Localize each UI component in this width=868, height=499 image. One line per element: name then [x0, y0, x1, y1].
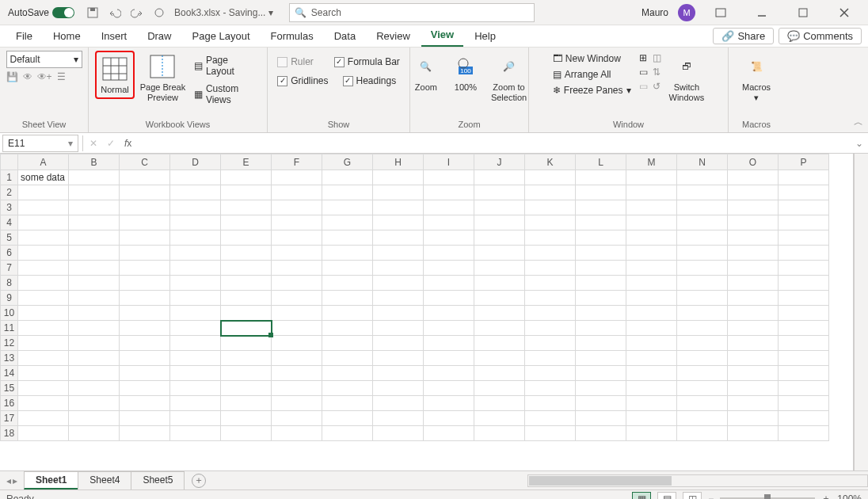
cancel-icon[interactable]: ✕	[85, 138, 102, 149]
cell-B10[interactable]	[69, 306, 120, 321]
cell-C6[interactable]	[120, 246, 170, 261]
cell-L2[interactable]	[576, 185, 626, 200]
zoom-button[interactable]: 🔍Zoom	[409, 51, 444, 94]
cell-F1[interactable]	[272, 170, 322, 185]
arrange-all-button[interactable]: ▤Arrange All	[550, 68, 634, 81]
cell-P16[interactable]	[779, 396, 829, 411]
cell-F4[interactable]	[272, 215, 322, 230]
col-header-C[interactable]: C	[120, 154, 170, 170]
custom-views-button[interactable]: ▦Custom Views	[191, 82, 261, 106]
cell-O6[interactable]	[728, 246, 779, 261]
sheetview-dropdown[interactable]: Default▾	[6, 51, 82, 68]
cell-N2[interactable]	[677, 185, 728, 200]
cell-E8[interactable]	[221, 276, 272, 291]
enter-icon[interactable]: ✓	[102, 138, 120, 149]
cell-I6[interactable]	[424, 246, 474, 261]
cell-D15[interactable]	[170, 381, 221, 396]
cell-B18[interactable]	[69, 426, 120, 441]
cell-A18[interactable]	[18, 426, 69, 441]
cell-A16[interactable]	[18, 396, 69, 411]
cell-D11[interactable]	[170, 321, 221, 336]
cell-A12[interactable]	[18, 336, 69, 351]
cell-K1[interactable]	[525, 170, 576, 185]
cell-J17[interactable]	[474, 411, 525, 426]
cell-E7[interactable]	[221, 261, 272, 276]
cell-D6[interactable]	[170, 246, 221, 261]
row-header-1[interactable]: 1	[1, 170, 18, 185]
cell-M15[interactable]	[626, 381, 677, 396]
cell-I18[interactable]	[424, 426, 474, 441]
row-header-3[interactable]: 3	[1, 200, 18, 215]
cell-I8[interactable]	[424, 276, 474, 291]
cell-M3[interactable]	[626, 200, 677, 215]
cell-B16[interactable]	[69, 396, 120, 411]
sync-scroll-icon[interactable]: ⇅	[653, 67, 661, 78]
cell-O5[interactable]	[728, 230, 779, 246]
row-header-14[interactable]: 14	[1, 366, 18, 381]
cell-K8[interactable]	[525, 276, 576, 291]
cell-L16[interactable]	[576, 396, 626, 411]
cell-B3[interactable]	[69, 200, 120, 215]
cell-C14[interactable]	[120, 366, 170, 381]
cell-C9[interactable]	[120, 291, 170, 306]
tab-formulas[interactable]: Formulas	[261, 27, 323, 47]
cell-grid[interactable]: ABCDEFGHIJKLMNOP1some data23456789101112…	[0, 154, 829, 441]
cell-E1[interactable]	[221, 170, 272, 185]
cell-J2[interactable]	[474, 185, 525, 200]
cell-F8[interactable]	[272, 276, 322, 291]
cell-C10[interactable]	[120, 306, 170, 321]
cell-D18[interactable]	[170, 426, 221, 441]
cell-G12[interactable]	[322, 336, 373, 351]
col-header-H[interactable]: H	[373, 154, 424, 170]
cell-K4[interactable]	[525, 215, 576, 230]
tab-home[interactable]: Home	[44, 27, 90, 47]
cell-D3[interactable]	[170, 200, 221, 215]
cell-G13[interactable]	[322, 351, 373, 366]
redo-icon[interactable]	[128, 4, 146, 21]
cell-F12[interactable]	[272, 336, 322, 351]
cell-E6[interactable]	[221, 246, 272, 261]
cell-A2[interactable]	[18, 185, 69, 200]
cell-C1[interactable]	[120, 170, 170, 185]
cell-D17[interactable]	[170, 411, 221, 426]
cell-G4[interactable]	[322, 215, 373, 230]
cell-F17[interactable]	[272, 411, 322, 426]
cell-A3[interactable]	[18, 200, 69, 215]
cell-G2[interactable]	[322, 185, 373, 200]
cell-F14[interactable]	[272, 366, 322, 381]
cell-E9[interactable]	[221, 291, 272, 306]
cell-C12[interactable]	[120, 336, 170, 351]
autosave-toggle[interactable]: AutoSave	[3, 7, 79, 18]
cell-B1[interactable]	[69, 170, 120, 185]
cell-N17[interactable]	[677, 411, 728, 426]
cell-P4[interactable]	[779, 215, 829, 230]
cell-E18[interactable]	[221, 426, 272, 441]
col-header-K[interactable]: K	[525, 154, 576, 170]
row-header-10[interactable]: 10	[1, 306, 18, 321]
cell-M10[interactable]	[626, 306, 677, 321]
cell-H11[interactable]	[373, 321, 424, 336]
cell-H5[interactable]	[373, 230, 424, 246]
cell-H15[interactable]	[373, 381, 424, 396]
cell-P14[interactable]	[779, 366, 829, 381]
cell-I17[interactable]	[424, 411, 474, 426]
cell-B7[interactable]	[69, 261, 120, 276]
zoom-to-selection-button[interactable]: 🔎Zoom to Selection	[488, 51, 530, 105]
page-layout-view-btn[interactable]: ▤	[657, 492, 676, 500]
cell-C5[interactable]	[120, 230, 170, 246]
cell-N4[interactable]	[677, 215, 728, 230]
cell-B4[interactable]	[69, 215, 120, 230]
cell-L14[interactable]	[576, 366, 626, 381]
cell-N6[interactable]	[677, 246, 728, 261]
cell-M12[interactable]	[626, 336, 677, 351]
cell-O10[interactable]	[728, 306, 779, 321]
cell-D2[interactable]	[170, 185, 221, 200]
cell-L6[interactable]	[576, 246, 626, 261]
zoom-100-button[interactable]: 100100%	[448, 51, 483, 94]
cell-P13[interactable]	[779, 351, 829, 366]
cell-B11[interactable]	[69, 321, 120, 336]
cell-E4[interactable]	[221, 215, 272, 230]
cell-O11[interactable]	[728, 321, 779, 336]
tab-review[interactable]: Review	[367, 27, 420, 47]
cell-E5[interactable]	[221, 230, 272, 246]
